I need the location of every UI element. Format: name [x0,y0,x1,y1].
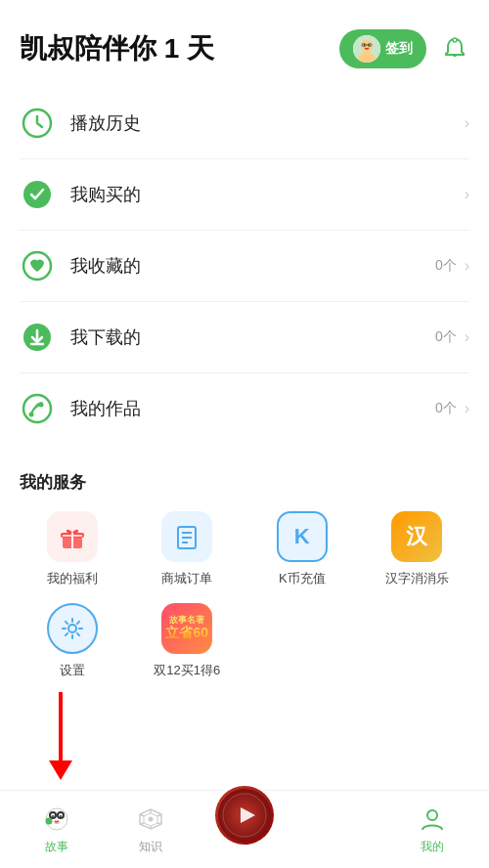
service-label-hanzi: 汉字消消乐 [385,570,449,587]
promo-icon: 故事名著 立省60 [161,603,212,654]
menu-text-works: 我的作品 [70,397,435,420]
bottom-nav: 故事 知识 [0,790,489,868]
menu-item-downloads[interactable]: 我下载的 0个 › [20,302,469,373]
menu-list: 播放历史 › 我购买的 › 我收藏的 [0,88,489,444]
nav-label-knowledge: 知识 [139,839,162,855]
stories-nav-icon [41,803,72,835]
kcoin-icon: K [277,511,328,562]
menu-count-works: 0个 [435,400,457,417]
service-kcoin[interactable]: K K币充值 [249,511,355,587]
services-section: 我的服务 我的福利 [0,452,489,699]
settings-icon [47,603,98,654]
svg-point-26 [68,625,76,632]
service-label-kcoin: K币充值 [279,570,326,587]
knowledge-nav-icon [135,803,166,835]
menu-text-purchased: 我购买的 [70,183,457,206]
hanzi-icon: 汉 [391,511,442,562]
chevron-icon-favorites: › [465,257,469,275]
service-label-welfare: 我的福利 [47,570,98,587]
service-empty1 [249,603,355,679]
menu-count-downloads: 0个 [435,328,457,346]
chevron-icon-purchased: › [465,186,469,203]
service-label-settings: 设置 [60,662,85,679]
nav-item-stories[interactable]: 故事 [10,803,104,855]
svg-point-8 [453,38,457,42]
svg-point-39 [149,817,154,822]
nav-item-knowledge[interactable]: 知识 [104,803,198,855]
nav-item-empty [291,812,385,847]
nav-item-profile[interactable]: 我的 [385,803,479,855]
profile-nav-icon [417,803,448,835]
services-title: 我的服务 [20,471,469,494]
sign-in-button[interactable]: 签到 [339,29,426,68]
services-row1: 我的福利 商城订单 K K币充值 [20,511,469,587]
svg-point-4 [369,44,371,46]
menu-count-favorites: 0个 [435,257,457,275]
heart-icon [20,248,55,283]
header-actions: 签到 [339,29,469,68]
service-hanzi[interactable]: 汉 汉字消消乐 [365,511,470,587]
header: 凯叔陪伴你 1 天 [0,0,489,88]
svg-line-45 [140,823,144,824]
chevron-icon-history: › [465,114,469,132]
service-empty2 [365,603,470,679]
center-play-button[interactable] [215,786,274,845]
order-icon [161,511,212,562]
arrow-annotation [49,692,72,780]
bell-icon[interactable] [440,34,469,64]
check-circle-icon [20,177,55,212]
menu-text-favorites: 我收藏的 [70,254,435,278]
menu-item-favorites[interactable]: 我收藏的 0个 › [20,231,469,302]
svg-point-17 [29,412,34,417]
menu-item-history[interactable]: 播放历史 › [20,88,469,159]
service-label-orders: 商城订单 [161,570,212,587]
services-row2: 设置 故事名著 立省60 双12买1得6 [20,603,469,679]
svg-line-43 [157,823,161,824]
arrow-line [59,692,63,760]
nav-item-center[interactable] [198,786,291,854]
menu-text-history: 播放历史 [70,111,457,135]
svg-point-15 [23,395,51,422]
nav-label-stories: 故事 [45,839,68,855]
service-welfare[interactable]: 我的福利 [20,511,125,587]
svg-point-32 [52,815,54,817]
svg-point-3 [364,44,366,46]
download-icon [20,320,55,355]
nav-label-profile: 我的 [421,839,444,855]
arrow-head [49,760,72,780]
service-settings[interactable]: 设置 [20,603,125,679]
service-label-promo: 双12买1得6 [154,662,220,679]
svg-point-36 [46,818,48,820]
clock-icon [20,106,55,141]
service-orders[interactable]: 商城订单 [135,511,241,587]
service-promo[interactable]: 故事名著 立省60 双12买1得6 [135,603,241,679]
menu-item-purchased[interactable]: 我购买的 › [20,159,469,231]
page-title: 凯叔陪伴你 1 天 [20,30,214,67]
chevron-icon-downloads: › [465,328,469,346]
menu-text-downloads: 我下载的 [70,326,435,349]
menu-item-works[interactable]: 我的作品 0个 › [20,373,469,444]
gift-icon [47,511,98,562]
avatar [353,35,380,63]
sign-in-label: 签到 [385,40,413,58]
svg-point-33 [60,815,62,817]
works-icon [20,391,55,426]
chevron-icon-works: › [465,400,469,417]
svg-point-49 [427,810,437,820]
